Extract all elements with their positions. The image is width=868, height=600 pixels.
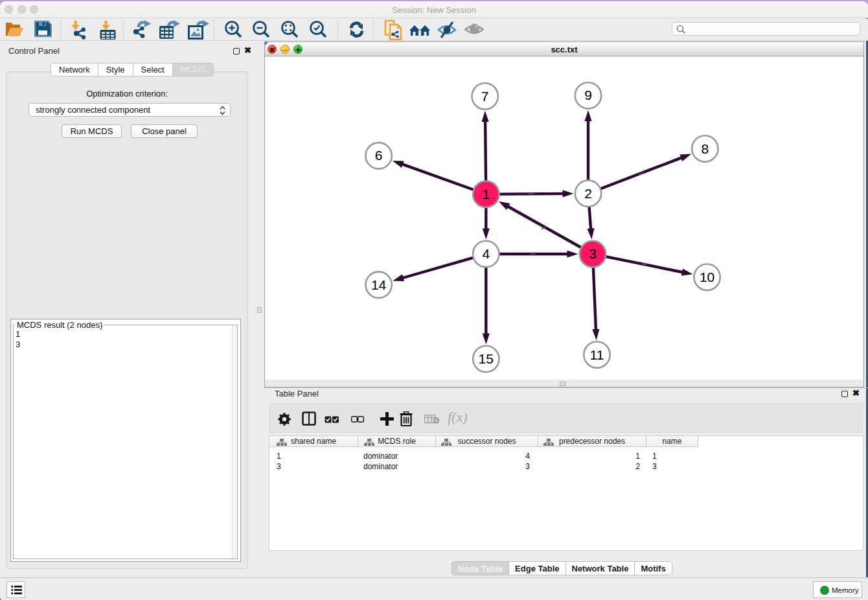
svg-text:6: 6 (375, 148, 383, 163)
svg-text:14: 14 (371, 277, 387, 292)
svg-text:4: 4 (482, 246, 490, 261)
svg-text:1: 1 (482, 187, 490, 202)
svg-text:10: 10 (700, 270, 714, 284)
svg-text:15: 15 (479, 351, 494, 366)
svg-text:9: 9 (584, 87, 592, 102)
svg-text:8: 8 (701, 141, 709, 156)
svg-text:3: 3 (589, 246, 597, 261)
svg-text:7: 7 (481, 89, 489, 104)
svg-text:11: 11 (590, 347, 604, 362)
svg-text:2: 2 (584, 186, 592, 201)
